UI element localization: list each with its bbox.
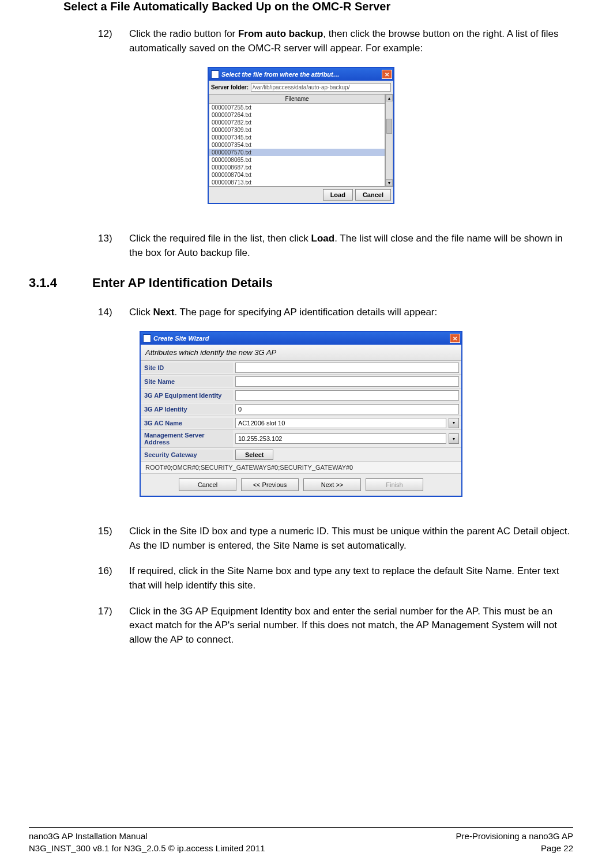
close-icon[interactable]: ✕ [382, 70, 392, 79]
step-text: Click Next. The page for specifying AP i… [129, 305, 573, 320]
step-text: Click in the 3G AP Equipment Identity bo… [129, 605, 573, 647]
mgmt-server-address-row: Management Server Address ▾ [141, 430, 461, 448]
step-number: 13) [98, 232, 129, 260]
chevron-down-icon[interactable]: ▾ [449, 433, 459, 444]
file-row[interactable]: 0000007354.txt [209, 141, 385, 149]
step-12: 12) Click the radio button for From auto… [98, 27, 573, 55]
wizard-next-button[interactable]: Next >> [303, 478, 361, 491]
dialog-titlebar[interactable]: Select the file from where the attribut…… [209, 68, 393, 81]
create-site-wizard-dialog: Create Site Wizard ✕ Attributes which id… [140, 331, 462, 497]
step-17: 17) Click in the 3G AP Equipment Identit… [98, 605, 573, 647]
file-row[interactable]: 0000007264.txt [209, 111, 385, 119]
ac-name-label: 3G AC Name [141, 418, 233, 428]
footer-page-number: Page 22 [456, 842, 573, 854]
wizard-cancel-button[interactable]: Cancel [179, 478, 236, 491]
ap-identity-row: 3G AP Identity [141, 402, 461, 416]
site-name-row: Site Name [141, 375, 461, 388]
step-text-bold: Next [153, 307, 175, 318]
security-gateway-select-button[interactable]: Select [235, 450, 273, 460]
footer-doc-title: nano3G AP Installation Manual [29, 830, 265, 842]
subsection-number: 3.1.4 [29, 276, 92, 290]
file-row[interactable]: 0000007255.txt [209, 104, 385, 111]
step-number: 14) [98, 305, 129, 320]
step-14: 14) Click Next. The page for specifying … [98, 305, 573, 320]
file-row[interactable]: 0000007309.txt [209, 126, 385, 134]
step-text-bold: Load [311, 233, 335, 244]
scroll-thumb[interactable] [386, 119, 392, 134]
file-row[interactable]: 0000008065.txt [209, 156, 385, 164]
dialog-title: Create Site Wizard [153, 335, 447, 342]
file-row[interactable]: 0000007282.txt [209, 119, 385, 126]
step-text-pre: Click [129, 307, 153, 318]
cancel-button[interactable]: Cancel [355, 189, 391, 201]
security-gateway-row: Security Gateway Select [141, 448, 461, 462]
window-icon [143, 334, 151, 342]
server-folder-input[interactable] [251, 83, 391, 92]
file-list-scrollbar[interactable]: ▴ ▾ [385, 94, 393, 187]
step-number: 15) [98, 524, 129, 553]
equipment-identity-label: 3G AP Equipment Identity [141, 390, 233, 401]
step-text-pre: Click the required file in the list, the… [129, 233, 311, 244]
equipment-identity-input[interactable] [235, 390, 459, 401]
wizard-previous-button[interactable]: << Previous [241, 478, 299, 491]
subsection-title: Enter AP Identification Details [92, 276, 273, 290]
step-15: 15) Click in the Site ID box and type a … [98, 524, 573, 553]
footer-section-title: Pre-Provisioning a nano3G AP [456, 830, 573, 842]
section-heading: Select a File Automatically Backed Up on… [63, 0, 573, 13]
ap-identity-input[interactable] [235, 404, 459, 414]
file-row[interactable]: 0000008687.txt [209, 164, 385, 171]
step-text-pre: Click the radio button for [129, 28, 238, 39]
step-text: Click in the Site ID box and type a nume… [129, 524, 573, 553]
footer-doc-version: N3G_INST_300 v8.1 for N3G_2.0.5 © ip.acc… [29, 842, 265, 854]
scroll-up-icon[interactable]: ▴ [386, 95, 393, 101]
step-16: 16) If required, click in the Site Name … [98, 564, 573, 592]
scroll-track[interactable] [386, 101, 393, 179]
chevron-down-icon[interactable]: ▾ [449, 418, 459, 428]
step-text: Click the radio button for From auto bac… [129, 27, 573, 55]
step-text-post: . The page for specifying AP identificat… [174, 307, 437, 318]
load-button[interactable]: Load [323, 189, 353, 201]
file-row[interactable]: 0000007570.txt [209, 149, 385, 156]
file-chooser-dialog: Select the file from where the attribut…… [208, 67, 394, 204]
security-gateway-label: Security Gateway [141, 450, 233, 460]
wizard-subtitle: Attributes which identify the new 3G AP [141, 345, 461, 361]
step-number: 17) [98, 605, 129, 647]
server-folder-row: Server folder: [209, 81, 393, 94]
step-number: 16) [98, 564, 129, 592]
security-gateway-path: ROOT#0;OMCR#0;SECURITY_GATEWAYS#0;SECURI… [141, 462, 461, 474]
file-list: Filename 0000007255.txt0000007264.txt000… [209, 94, 385, 187]
site-id-input[interactable] [235, 363, 459, 373]
ac-name-input[interactable] [235, 418, 446, 428]
ap-identity-label: 3G AP Identity [141, 404, 233, 414]
dialog-titlebar[interactable]: Create Site Wizard ✕ [141, 332, 461, 345]
scroll-down-icon[interactable]: ▾ [386, 179, 393, 186]
filename-column-header[interactable]: Filename [209, 95, 385, 104]
dialog-title: Select the file from where the attribut… [221, 71, 379, 78]
step-text-bold: From auto backup [238, 28, 323, 39]
step-number: 12) [98, 27, 129, 55]
step-text: Click the required file in the list, the… [129, 232, 573, 260]
site-id-row: Site ID [141, 361, 461, 375]
mgmt-server-address-input[interactable] [235, 433, 446, 444]
server-folder-label: Server folder: [211, 84, 249, 90]
step-text: If required, click in the Site Name box … [129, 564, 573, 592]
ac-name-row: 3G AC Name ▾ [141, 416, 461, 430]
close-icon[interactable]: ✕ [450, 334, 460, 343]
mgmt-server-address-label: Management Server Address [141, 430, 233, 447]
file-row[interactable]: 0000007345.txt [209, 134, 385, 141]
window-icon [211, 70, 219, 78]
equipment-identity-row: 3G AP Equipment Identity [141, 388, 461, 402]
step-13: 13) Click the required file in the list,… [98, 232, 573, 260]
file-row[interactable]: 0000008704.txt [209, 171, 385, 179]
subsection-heading: 3.1.4 Enter AP Identification Details [29, 276, 573, 290]
site-name-input[interactable] [235, 376, 459, 387]
site-id-label: Site ID [141, 363, 233, 373]
page-footer: nano3G AP Installation Manual N3G_INST_3… [29, 827, 573, 854]
file-row[interactable]: 0000008713.txt [209, 179, 385, 186]
wizard-finish-button: Finish [366, 478, 423, 491]
site-name-label: Site Name [141, 376, 233, 387]
